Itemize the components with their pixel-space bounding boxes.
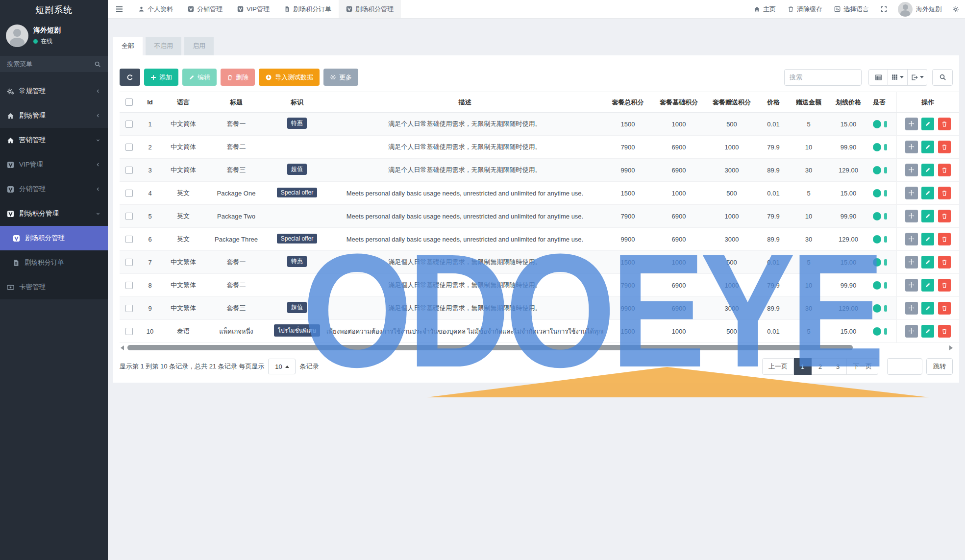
enabled-toggle[interactable]: [873, 120, 881, 128]
refresh-button[interactable]: [120, 69, 140, 86]
edit-row-button[interactable]: [921, 233, 934, 245]
edit-row-button[interactable]: [921, 164, 934, 176]
row-checkbox[interactable]: [125, 121, 133, 128]
nav-home-button[interactable]: 主页: [748, 0, 782, 18]
edit-row-button[interactable]: [921, 141, 934, 153]
delete-row-button[interactable]: [938, 141, 951, 153]
delete-row-button[interactable]: [938, 256, 951, 268]
row-checkbox[interactable]: [125, 167, 133, 174]
enabled-toggle[interactable]: [873, 212, 881, 220]
nav-tab-distribution[interactable]: 分销管理: [180, 0, 230, 18]
nav-language-button[interactable]: 选择语言: [828, 0, 875, 18]
enabled-toggle[interactable]: [873, 189, 881, 197]
sidebar-item-distribution[interactable]: 分销管理: [0, 177, 108, 201]
edit-row-button[interactable]: [921, 118, 934, 130]
row-checkbox[interactable]: [125, 282, 133, 289]
delete-row-button[interactable]: [938, 325, 951, 338]
scrollbar-thumb[interactable]: [127, 345, 853, 350]
page-button-2[interactable]: 2: [812, 358, 829, 375]
next-page-button[interactable]: 下一页: [847, 358, 878, 375]
move-button[interactable]: [905, 164, 918, 176]
more-button[interactable]: 更多: [323, 69, 358, 86]
enabled-toggle[interactable]: [873, 258, 881, 267]
move-button[interactable]: [905, 302, 918, 315]
select-all-checkbox[interactable]: [125, 98, 133, 106]
row-checkbox[interactable]: [125, 259, 133, 266]
sidebar-item-theater-points[interactable]: 剧场积分管理: [0, 201, 108, 226]
table-search-input[interactable]: [784, 69, 862, 86]
enabled-toggle[interactable]: [873, 281, 881, 290]
delete-row-button[interactable]: [938, 187, 951, 199]
row-checkbox[interactable]: [125, 144, 133, 151]
enabled-toggle[interactable]: [873, 304, 881, 313]
row-checkbox[interactable]: [125, 213, 133, 220]
navbar-user[interactable]: 海外短剧: [893, 2, 946, 17]
import-test-data-button[interactable]: 导入测试数据: [259, 69, 320, 86]
edit-row-button[interactable]: [921, 187, 934, 199]
move-button[interactable]: [905, 325, 918, 338]
nav-tab-vip[interactable]: VIP管理: [230, 0, 277, 18]
detail-view-button[interactable]: [868, 69, 888, 86]
hamburger-icon[interactable]: [108, 0, 131, 18]
delete-row-button[interactable]: [938, 302, 951, 315]
sidebar-item-theater[interactable]: 剧场管理: [0, 103, 108, 128]
prev-page-button[interactable]: 上一页: [762, 358, 794, 375]
move-button[interactable]: [905, 141, 918, 153]
sidebar-item-vip[interactable]: VIP管理: [0, 152, 108, 177]
move-button[interactable]: [905, 187, 918, 199]
move-button[interactable]: [905, 279, 918, 292]
jump-button[interactable]: 跳转: [926, 358, 953, 375]
edit-row-button[interactable]: [921, 256, 934, 268]
caret-up-icon: [285, 365, 289, 368]
tab-disabled[interactable]: 不启用: [146, 37, 181, 55]
delete-row-button[interactable]: [938, 210, 951, 222]
move-button[interactable]: [905, 210, 918, 222]
nav-tab-points-orders[interactable]: 剧场积分订单: [277, 0, 339, 18]
settings-button[interactable]: [946, 0, 965, 18]
page-button-3[interactable]: 3: [829, 358, 847, 375]
jump-page-input[interactable]: [887, 358, 922, 375]
enabled-toggle[interactable]: [873, 143, 881, 151]
search-button[interactable]: [932, 69, 953, 86]
move-button[interactable]: [905, 233, 918, 245]
edit-button[interactable]: 编辑: [182, 69, 217, 86]
sidebar-group-marketing: 营销管理 VIP管理 分销管理 剧场积分管理 剧场积分: [0, 128, 108, 299]
scroll-left-arrow[interactable]: [121, 345, 124, 350]
sidebar-search-input[interactable]: [7, 60, 85, 68]
delete-row-button[interactable]: [938, 164, 951, 176]
enabled-toggle[interactable]: [873, 166, 881, 174]
enabled-toggle[interactable]: [873, 327, 881, 336]
delete-row-button[interactable]: [938, 233, 951, 245]
tab-enabled[interactable]: 启用: [184, 37, 214, 55]
page-button-1[interactable]: 1: [794, 358, 812, 375]
page-size-select[interactable]: 10: [268, 359, 296, 374]
edit-row-button[interactable]: [921, 302, 934, 315]
tab-all[interactable]: 全部: [113, 37, 143, 55]
sidebar-item-card-keys[interactable]: 卡密管理: [0, 275, 108, 299]
sidebar-item-theater-points-manage[interactable]: 剧场积分管理: [0, 226, 108, 250]
row-checkbox[interactable]: [125, 236, 133, 243]
move-button[interactable]: [905, 256, 918, 268]
scroll-right-arrow[interactable]: [949, 345, 953, 350]
row-checkbox[interactable]: [125, 190, 133, 197]
sidebar-item-theater-points-orders[interactable]: 剧场积分订单: [0, 250, 108, 275]
nav-clear-cache-button[interactable]: 清除缓存: [782, 0, 828, 18]
sidebar-item-marketing[interactable]: 营销管理: [0, 128, 108, 152]
columns-button[interactable]: [888, 69, 908, 86]
fullscreen-button[interactable]: [875, 0, 893, 18]
delete-button[interactable]: 删除: [221, 69, 255, 86]
enabled-toggle[interactable]: [873, 235, 881, 243]
nav-tab-points-manage[interactable]: 剧场积分管理: [339, 0, 401, 18]
nav-tab-profile[interactable]: 个人资料: [131, 0, 180, 18]
edit-row-button[interactable]: [921, 325, 934, 338]
edit-row-button[interactable]: [921, 210, 934, 222]
delete-row-button[interactable]: [938, 118, 951, 130]
row-checkbox[interactable]: [125, 328, 133, 335]
delete-row-button[interactable]: [938, 279, 951, 292]
export-button[interactable]: [908, 69, 927, 86]
sidebar-item-general[interactable]: 常规管理: [0, 79, 108, 103]
add-button[interactable]: 添加: [144, 69, 178, 86]
row-checkbox[interactable]: [125, 305, 133, 312]
move-button[interactable]: [905, 118, 918, 130]
edit-row-button[interactable]: [921, 279, 934, 292]
